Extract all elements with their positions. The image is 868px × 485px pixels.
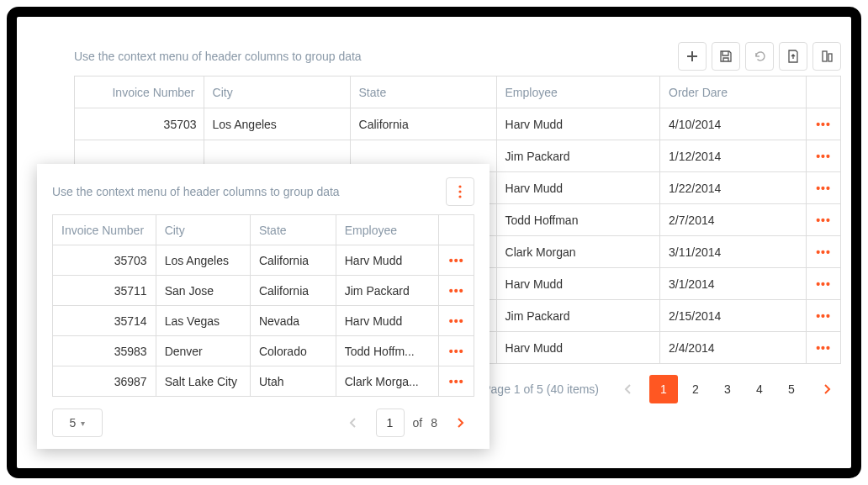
kebab-icon	[458, 185, 462, 198]
row-actions-button[interactable]: •••	[807, 332, 841, 364]
revert-button[interactable]	[745, 42, 774, 71]
cell-date: 3/11/2014	[660, 236, 807, 268]
pager-page-3[interactable]: 3	[713, 375, 742, 403]
back-pager-summary: Page 1 of 5 (40 items)	[483, 382, 599, 396]
pager-page-5[interactable]: 5	[777, 375, 806, 403]
cell-invoice: 36987	[53, 366, 156, 397]
cell-employee: Harv Mudd	[496, 332, 659, 364]
cell-date: 2/4/2014	[660, 332, 807, 364]
svg-rect-1	[828, 54, 832, 61]
cell-employee: Todd Hoffm...	[336, 336, 439, 366]
cell-employee: Harv Mudd	[496, 108, 659, 140]
front-col-state[interactable]: State	[250, 215, 336, 245]
chevron-left-icon	[623, 383, 633, 395]
table-row[interactable]: 35703Los AngelesCaliforniaHarv Mudd•••	[53, 245, 474, 276]
cell-state: Utah	[250, 366, 336, 397]
back-col-employee[interactable]: Employee	[496, 76, 659, 108]
column-chooser-icon	[820, 50, 834, 63]
svg-rect-0	[823, 51, 827, 61]
export-button[interactable]	[779, 42, 807, 71]
chevron-left-icon	[348, 417, 358, 429]
add-button[interactable]	[678, 42, 707, 71]
front-col-city[interactable]: City	[156, 215, 250, 245]
back-col-date[interactable]: Order Dare	[660, 76, 807, 108]
column-chooser-button[interactable]	[812, 42, 841, 71]
cell-invoice: 35714	[53, 306, 156, 336]
pager-page-4[interactable]: 4	[745, 375, 774, 403]
front-grid: Use the context menu of header columns t…	[37, 164, 490, 449]
cell-state: California	[250, 276, 336, 306]
front-pager-total: 8	[431, 416, 437, 430]
back-col-invoice[interactable]: Invoice Number	[75, 76, 204, 108]
back-col-state[interactable]: State	[350, 76, 496, 108]
back-toolbar	[678, 42, 841, 71]
cell-date: 1/12/2014	[660, 140, 807, 172]
cell-date: 3/1/2014	[660, 268, 807, 300]
front-pager-of: of	[413, 416, 423, 430]
front-instruction-text: Use the context menu of header columns t…	[52, 185, 439, 198]
cell-employee: Harv Mudd	[496, 172, 659, 204]
overflow-menu-button[interactable]	[446, 177, 474, 206]
row-actions-button[interactable]: •••	[439, 245, 474, 276]
cell-employee: Todd Hoffman	[496, 204, 659, 236]
svg-point-2	[458, 185, 461, 187]
row-actions-button[interactable]: •••	[439, 276, 474, 306]
back-col-city[interactable]: City	[204, 76, 350, 108]
front-page-input[interactable]: 1	[376, 409, 405, 437]
cell-city: Los Angeles	[204, 108, 350, 140]
row-actions-button[interactable]: •••	[439, 366, 474, 397]
cell-city: Salt Lake City	[156, 366, 250, 397]
save-button[interactable]	[712, 42, 740, 71]
cell-city: San Jose	[156, 276, 250, 306]
row-actions-button[interactable]: •••	[807, 172, 841, 204]
cell-employee: Clark Morga...	[336, 366, 439, 397]
cell-employee: Clark Morgan	[496, 236, 659, 268]
table-row[interactable]: 35714Las VegasNevadaHarv Mudd•••	[53, 306, 474, 336]
cell-state: Colorado	[250, 336, 336, 366]
front-pager-prev[interactable]	[339, 409, 368, 437]
svg-point-3	[458, 190, 461, 192]
cell-city: Las Vegas	[156, 306, 250, 336]
back-pager-prev[interactable]	[614, 375, 643, 403]
cell-state: California	[350, 108, 496, 140]
cell-city: Los Angeles	[156, 245, 250, 276]
row-actions-button[interactable]: •••	[807, 268, 841, 300]
row-actions-button[interactable]: •••	[807, 108, 841, 140]
row-actions-button[interactable]: •••	[807, 204, 841, 236]
front-pager-next[interactable]	[446, 409, 474, 437]
cell-city: Denver	[156, 336, 250, 366]
row-actions-button[interactable]: •••	[807, 140, 841, 172]
page-size-value: 5	[70, 416, 77, 430]
pager-page-1[interactable]: 1	[649, 375, 678, 403]
cell-date: 2/7/2014	[660, 204, 807, 236]
row-actions-button[interactable]: •••	[807, 236, 841, 268]
row-actions-button[interactable]: •••	[807, 300, 841, 332]
svg-point-4	[458, 195, 461, 198]
cell-employee: Jim Packard	[336, 276, 439, 306]
table-row[interactable]: 35983DenverColoradoTodd Hoffm...•••	[53, 336, 474, 366]
table-row[interactable]: 35703Los AngelesCaliforniaHarv Mudd4/10/…	[75, 108, 841, 140]
cell-invoice: 35983	[53, 336, 156, 366]
plus-icon	[685, 50, 699, 63]
row-actions-button[interactable]: •••	[439, 306, 474, 336]
front-table: Invoice Number City State Employee 35703…	[52, 214, 474, 397]
cell-employee: Jim Packard	[496, 300, 659, 332]
front-col-employee[interactable]: Employee	[336, 215, 439, 245]
cell-invoice: 35703	[53, 245, 156, 276]
cell-employee: Harv Mudd	[336, 306, 439, 336]
table-row[interactable]: 35711San JoseCaliforniaJim Packard•••	[53, 276, 474, 306]
table-row[interactable]: 36987Salt Lake CityUtahClark Morga...•••	[53, 366, 474, 397]
save-icon	[719, 50, 733, 63]
cell-employee: Harv Mudd	[496, 268, 659, 300]
row-actions-button[interactable]: •••	[439, 336, 474, 366]
back-pager-next[interactable]	[812, 375, 841, 403]
undo-icon	[753, 50, 766, 63]
cell-date: 4/10/2014	[660, 108, 807, 140]
front-col-actions	[439, 215, 474, 245]
page-size-select[interactable]: 5 ▾	[52, 409, 103, 437]
pager-page-2[interactable]: 2	[681, 375, 710, 403]
cell-invoice: 35703	[75, 108, 204, 140]
export-file-icon	[786, 50, 800, 63]
back-col-actions	[807, 76, 841, 108]
front-col-invoice[interactable]: Invoice Number	[53, 215, 156, 245]
